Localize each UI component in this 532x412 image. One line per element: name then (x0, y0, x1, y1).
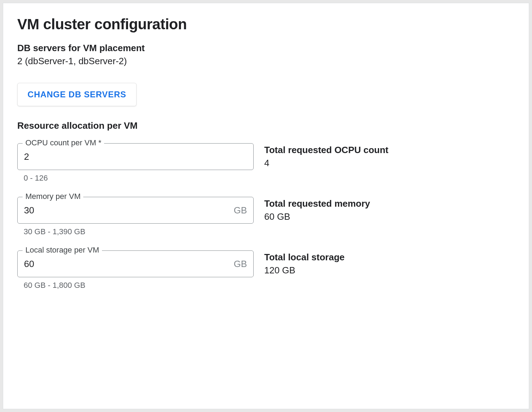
total-ocpu-label: Total requested OCPU count (264, 145, 515, 156)
ocpu-row: OCPU count per VM * 0 - 126 Total reques… (17, 143, 515, 183)
vm-cluster-config-panel: VM cluster configuration DB servers for … (3, 3, 529, 409)
storage-label: Local storage per VM (23, 246, 102, 255)
storage-row: Local storage per VM GB 60 GB - 1,800 GB… (17, 250, 515, 290)
ocpu-label: OCPU count per VM * (23, 138, 104, 147)
resource-allocation-heading: Resource allocation per VM (17, 120, 515, 131)
total-storage-value: 120 GB (264, 265, 515, 276)
memory-helper: 30 GB - 1,390 GB (24, 227, 264, 236)
storage-suffix: GB (234, 259, 247, 269)
memory-row: Memory per VM GB 30 GB - 1,390 GB Total … (17, 197, 515, 236)
memory-label: Memory per VM (23, 192, 83, 201)
storage-helper: 60 GB - 1,800 GB (24, 281, 264, 290)
db-servers-value: 2 (dbServer-1, dbServer-2) (17, 56, 515, 67)
ocpu-field[interactable]: OCPU count per VM * (17, 143, 254, 170)
page-title: VM cluster configuration (17, 16, 515, 33)
storage-input[interactable] (24, 259, 234, 269)
memory-input[interactable] (24, 205, 234, 216)
total-ocpu-value: 4 (264, 158, 515, 169)
memory-field[interactable]: Memory per VM GB (17, 197, 254, 224)
storage-field[interactable]: Local storage per VM GB (17, 250, 254, 277)
total-memory-value: 60 GB (264, 211, 515, 222)
db-servers-label: DB servers for VM placement (17, 43, 515, 54)
memory-suffix: GB (234, 205, 247, 216)
ocpu-helper: 0 - 126 (24, 174, 264, 183)
total-memory-label: Total requested memory (264, 198, 515, 209)
change-db-servers-button[interactable]: CHANGE DB SERVERS (17, 83, 137, 106)
ocpu-input[interactable] (24, 151, 247, 162)
total-storage-label: Total local storage (264, 252, 515, 263)
